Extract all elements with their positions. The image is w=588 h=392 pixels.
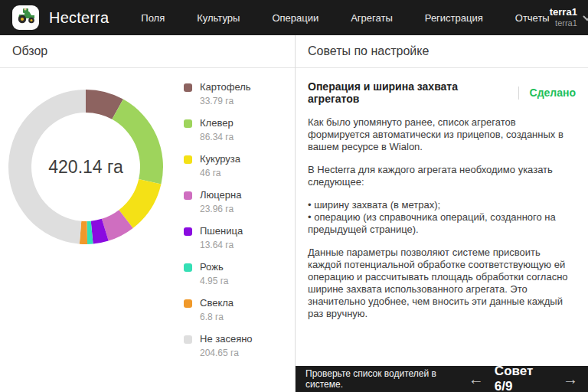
setup-tips-panel: Советы по настройке Операция и ширина за…: [296, 35, 588, 392]
legend-label: Пшеница: [200, 226, 243, 237]
legend-color-swatch: [184, 155, 192, 164]
tip-paragraph: Как было упомянуто ранее, список агрегат…: [308, 116, 576, 153]
legend-color-swatch: [184, 119, 192, 128]
legend-color-swatch: [184, 299, 192, 308]
legend-item[interactable]: Не засеяно 204.65 га: [184, 334, 253, 358]
chevron-down-icon: [583, 11, 588, 24]
donut-total-label: 420.14 га: [48, 157, 123, 177]
tip-bullet: • ширину захвата (в метрах);: [308, 199, 576, 211]
legend-value: 204.65 га: [200, 348, 253, 358]
nav-item-cultures[interactable]: Культуры: [197, 12, 240, 24]
tips-footer-bar: Проверьте список водителей в системе. ← …: [296, 366, 588, 392]
nav-item-units[interactable]: Агрегаты: [351, 12, 393, 24]
legend-label: Не засеяно: [200, 334, 253, 345]
nav-item-registration[interactable]: Регистрация: [425, 12, 483, 24]
legend-color-swatch: [184, 335, 192, 344]
legend-color-swatch: [184, 227, 192, 236]
legend-label: Картофель: [200, 82, 251, 93]
title-status-divider: [518, 87, 519, 100]
tip-bullet: • операцию (из справочника операций, соз…: [308, 211, 576, 236]
next-tip-hint: Проверьте список водителей в системе.: [305, 368, 469, 390]
legend-value: 23.96 га: [200, 204, 241, 214]
tractor-icon: [16, 8, 36, 28]
user-account: terra1: [550, 18, 577, 29]
legend-label: Люцерна: [200, 190, 241, 201]
top-navigation-bar: Hecterra Поля Культуры Операции Агрегаты…: [0, 0, 588, 35]
nav-item-fields[interactable]: Поля: [141, 12, 165, 24]
app-title: Hecterra: [49, 9, 109, 27]
legend-item[interactable]: Пшеница 13.64 га: [184, 226, 253, 250]
previous-tip-arrow-icon[interactable]: ←: [469, 371, 484, 387]
legend-value: 6.8 га: [200, 312, 234, 322]
user-name: terra1: [550, 6, 577, 18]
legend-item[interactable]: Кукуруза 46 га: [184, 154, 253, 178]
tips-panel-title: Советы по настройке: [296, 35, 588, 68]
chart-legend: Картофель 33.79 га Клевер 86.34 га Кукур…: [184, 81, 253, 358]
legend-value: 86.34 га: [200, 132, 234, 142]
overview-panel: Обзор 420.14 га Картофель 33.79 га Клеве…: [0, 35, 296, 392]
tip-paragraph: Данные параметры позволяют системе присв…: [308, 247, 576, 320]
nav-item-reports[interactable]: Отчеты: [515, 12, 550, 24]
tip-paragraph: В Hecterra для каждого агрегата необходи…: [308, 164, 576, 188]
tip-counter: Совет 6/9: [495, 364, 552, 392]
app-logo[interactable]: [12, 5, 39, 30]
legend-item[interactable]: Рожь 4.95 га: [184, 262, 253, 286]
legend-value: 46 га: [200, 168, 240, 178]
legend-color-swatch: [184, 83, 192, 92]
legend-color-swatch: [184, 263, 192, 272]
user-menu[interactable]: terra1 terra1: [550, 6, 588, 29]
legend-value: 13.64 га: [200, 240, 243, 250]
nav-item-operations[interactable]: Операции: [272, 12, 318, 24]
legend-color-swatch: [184, 191, 192, 200]
tip-title: Операция и ширина захвата агрегатов: [308, 80, 508, 105]
tip-text: Как было упомянуто ранее, список агрегат…: [308, 116, 576, 320]
legend-item[interactable]: Клевер 86.34 га: [184, 118, 253, 142]
tip-status-badge[interactable]: Сделано: [530, 87, 576, 99]
legend-label: Клевер: [200, 118, 234, 129]
legend-label: Рожь: [200, 262, 228, 273]
main-nav: Поля Культуры Операции Агрегаты Регистра…: [141, 12, 549, 24]
legend-value: 33.79 га: [200, 96, 251, 106]
crops-donut-chart: 420.14 га: [0, 81, 172, 253]
legend-item[interactable]: Люцерна 23.96 га: [184, 190, 253, 214]
legend-value: 4.95 га: [200, 276, 228, 286]
legend-item[interactable]: Свекла 6.8 га: [184, 298, 253, 322]
legend-label: Свекла: [200, 298, 234, 309]
overview-panel-title: Обзор: [0, 35, 295, 68]
next-tip-arrow-icon[interactable]: →: [563, 371, 578, 387]
legend-item[interactable]: Картофель 33.79 га: [184, 82, 253, 106]
legend-label: Кукуруза: [200, 154, 240, 165]
